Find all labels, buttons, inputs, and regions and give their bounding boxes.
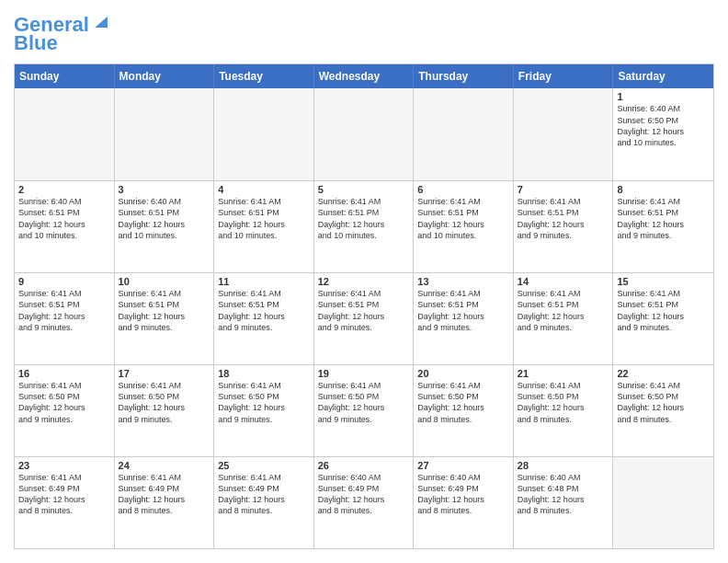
calendar-cell: 11Sunrise: 6:41 AM Sunset: 6:51 PM Dayli…: [214, 273, 314, 364]
cell-info: Sunrise: 6:41 AM Sunset: 6:51 PM Dayligh…: [218, 196, 310, 241]
calendar-row-4: 16Sunrise: 6:41 AM Sunset: 6:50 PM Dayli…: [15, 364, 713, 456]
date-number: 11: [218, 276, 310, 287]
cell-info: Sunrise: 6:41 AM Sunset: 6:49 PM Dayligh…: [119, 472, 210, 517]
calendar-cell: 20Sunrise: 6:41 AM Sunset: 6:50 PM Dayli…: [414, 365, 514, 456]
logo: General Blue: [14, 14, 111, 54]
date-number: 6: [417, 184, 509, 195]
date-number: 15: [617, 276, 710, 287]
cell-info: Sunrise: 6:41 AM Sunset: 6:51 PM Dayligh…: [518, 196, 609, 241]
calendar-cell: 21Sunrise: 6:41 AM Sunset: 6:50 PM Dayli…: [514, 365, 614, 456]
calendar-row-5: 23Sunrise: 6:41 AM Sunset: 6:49 PM Dayli…: [15, 456, 713, 548]
calendar-cell: 6Sunrise: 6:41 AM Sunset: 6:51 PM Daylig…: [414, 181, 514, 272]
svg-marker-0: [95, 17, 108, 28]
calendar-cell: [115, 88, 215, 180]
cell-info: Sunrise: 6:40 AM Sunset: 6:49 PM Dayligh…: [318, 472, 410, 517]
date-number: 25: [218, 460, 310, 471]
date-number: 4: [218, 184, 310, 195]
date-number: 22: [617, 368, 710, 379]
logo-icon: [91, 11, 111, 31]
cell-info: Sunrise: 6:40 AM Sunset: 6:50 PM Dayligh…: [617, 103, 710, 148]
date-number: 16: [18, 368, 110, 379]
calendar-row-2: 2Sunrise: 6:40 AM Sunset: 6:51 PM Daylig…: [15, 180, 713, 272]
day-header-friday: Friday: [514, 64, 614, 88]
calendar-cell: 12Sunrise: 6:41 AM Sunset: 6:51 PM Dayli…: [314, 273, 415, 364]
calendar-cell: 4Sunrise: 6:41 AM Sunset: 6:51 PM Daylig…: [214, 181, 314, 272]
date-number: 27: [417, 460, 509, 471]
cell-info: Sunrise: 6:41 AM Sunset: 6:50 PM Dayligh…: [417, 380, 509, 425]
calendar-cell: 8Sunrise: 6:41 AM Sunset: 6:51 PM Daylig…: [613, 181, 713, 272]
calendar-cell: [15, 88, 115, 180]
cell-info: Sunrise: 6:41 AM Sunset: 6:51 PM Dayligh…: [318, 196, 410, 241]
calendar-cell: [314, 88, 415, 180]
calendar-cell: 26Sunrise: 6:40 AM Sunset: 6:49 PM Dayli…: [314, 457, 415, 548]
calendar-cell: 9Sunrise: 6:41 AM Sunset: 6:51 PM Daylig…: [15, 273, 115, 364]
day-header-tuesday: Tuesday: [214, 64, 314, 88]
calendar-cell: 27Sunrise: 6:40 AM Sunset: 6:49 PM Dayli…: [414, 457, 514, 548]
calendar-cell: 14Sunrise: 6:41 AM Sunset: 6:51 PM Dayli…: [514, 273, 614, 364]
calendar-row-1: 1Sunrise: 6:40 AM Sunset: 6:50 PM Daylig…: [15, 88, 713, 180]
day-header-thursday: Thursday: [414, 64, 514, 88]
calendar-cell: 13Sunrise: 6:41 AM Sunset: 6:51 PM Dayli…: [414, 273, 514, 364]
calendar-header: SundayMondayTuesdayWednesdayThursdayFrid…: [15, 64, 713, 88]
cell-info: Sunrise: 6:40 AM Sunset: 6:51 PM Dayligh…: [18, 196, 110, 241]
cell-info: Sunrise: 6:41 AM Sunset: 6:51 PM Dayligh…: [18, 288, 110, 333]
cell-info: Sunrise: 6:41 AM Sunset: 6:50 PM Dayligh…: [617, 380, 710, 425]
calendar-cell: 19Sunrise: 6:41 AM Sunset: 6:50 PM Dayli…: [314, 365, 415, 456]
logo-text-line2: Blue: [14, 32, 58, 54]
date-number: 26: [318, 460, 410, 471]
calendar-cell: 16Sunrise: 6:41 AM Sunset: 6:50 PM Dayli…: [15, 365, 115, 456]
day-header-saturday: Saturday: [613, 64, 713, 88]
calendar-cell: [414, 88, 514, 180]
cell-info: Sunrise: 6:41 AM Sunset: 6:51 PM Dayligh…: [318, 288, 410, 333]
calendar: SundayMondayTuesdayWednesdayThursdayFrid…: [14, 63, 714, 549]
date-number: 18: [218, 368, 310, 379]
date-number: 8: [617, 184, 710, 195]
date-number: 2: [18, 184, 110, 195]
calendar-cell: 17Sunrise: 6:41 AM Sunset: 6:50 PM Dayli…: [115, 365, 215, 456]
cell-info: Sunrise: 6:40 AM Sunset: 6:48 PM Dayligh…: [518, 472, 609, 517]
calendar-cell: [613, 457, 713, 548]
calendar-cell: 3Sunrise: 6:40 AM Sunset: 6:51 PM Daylig…: [115, 181, 215, 272]
date-number: 10: [119, 276, 210, 287]
calendar-cell: 1Sunrise: 6:40 AM Sunset: 6:50 PM Daylig…: [613, 88, 713, 180]
page: General Blue SundayMondayTuesdayWednesda…: [0, 0, 728, 563]
calendar-cell: [214, 88, 314, 180]
cell-info: Sunrise: 6:41 AM Sunset: 6:51 PM Dayligh…: [518, 288, 609, 333]
cell-info: Sunrise: 6:41 AM Sunset: 6:51 PM Dayligh…: [417, 196, 509, 241]
cell-info: Sunrise: 6:40 AM Sunset: 6:49 PM Dayligh…: [417, 472, 509, 517]
cell-info: Sunrise: 6:41 AM Sunset: 6:50 PM Dayligh…: [18, 380, 110, 425]
date-number: 24: [119, 460, 210, 471]
header: General Blue: [14, 14, 714, 54]
date-number: 9: [18, 276, 110, 287]
date-number: 12: [318, 276, 410, 287]
date-number: 21: [518, 368, 609, 379]
date-number: 13: [417, 276, 509, 287]
date-number: 1: [617, 91, 710, 102]
calendar-cell: 7Sunrise: 6:41 AM Sunset: 6:51 PM Daylig…: [514, 181, 614, 272]
cell-info: Sunrise: 6:41 AM Sunset: 6:51 PM Dayligh…: [417, 288, 509, 333]
date-number: 19: [318, 368, 410, 379]
day-header-sunday: Sunday: [15, 64, 115, 88]
cell-info: Sunrise: 6:41 AM Sunset: 6:51 PM Dayligh…: [119, 288, 210, 333]
cell-info: Sunrise: 6:41 AM Sunset: 6:50 PM Dayligh…: [218, 380, 310, 425]
calendar-cell: 22Sunrise: 6:41 AM Sunset: 6:50 PM Dayli…: [613, 365, 713, 456]
calendar-cell: 24Sunrise: 6:41 AM Sunset: 6:49 PM Dayli…: [115, 457, 215, 548]
calendar-cell: 10Sunrise: 6:41 AM Sunset: 6:51 PM Dayli…: [115, 273, 215, 364]
date-number: 14: [518, 276, 609, 287]
date-number: 20: [417, 368, 509, 379]
calendar-row-3: 9Sunrise: 6:41 AM Sunset: 6:51 PM Daylig…: [15, 272, 713, 364]
date-number: 17: [119, 368, 210, 379]
date-number: 23: [18, 460, 110, 471]
day-header-wednesday: Wednesday: [314, 64, 415, 88]
calendar-body: 1Sunrise: 6:40 AM Sunset: 6:50 PM Daylig…: [15, 88, 713, 548]
calendar-cell: 18Sunrise: 6:41 AM Sunset: 6:50 PM Dayli…: [214, 365, 314, 456]
cell-info: Sunrise: 6:41 AM Sunset: 6:50 PM Dayligh…: [518, 380, 609, 425]
cell-info: Sunrise: 6:41 AM Sunset: 6:51 PM Dayligh…: [218, 288, 310, 333]
date-number: 28: [518, 460, 609, 471]
cell-info: Sunrise: 6:41 AM Sunset: 6:49 PM Dayligh…: [18, 472, 110, 517]
cell-info: Sunrise: 6:41 AM Sunset: 6:49 PM Dayligh…: [218, 472, 310, 517]
date-number: 5: [318, 184, 410, 195]
date-number: 3: [119, 184, 210, 195]
cell-info: Sunrise: 6:41 AM Sunset: 6:50 PM Dayligh…: [318, 380, 410, 425]
cell-info: Sunrise: 6:41 AM Sunset: 6:51 PM Dayligh…: [617, 196, 710, 241]
